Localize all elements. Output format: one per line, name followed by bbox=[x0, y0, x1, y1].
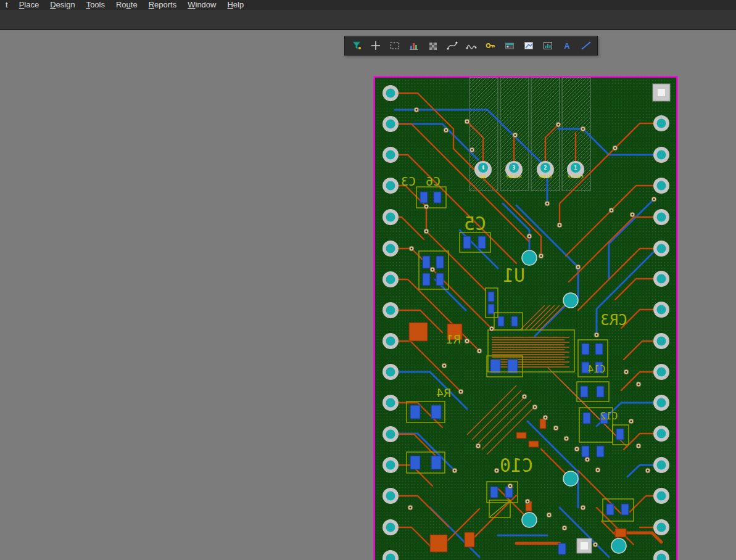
toolbar-button-signal[interactable] bbox=[461, 38, 481, 54]
toolbar-button-key[interactable] bbox=[481, 38, 500, 54]
secondary-bar bbox=[0, 10, 736, 30]
menu-item-route[interactable]: Route bbox=[110, 0, 143, 10]
selection-box-icon bbox=[389, 40, 400, 51]
header-pad-2[interactable]: 2 SWDIO bbox=[537, 161, 554, 179]
pattern-grid-icon bbox=[428, 40, 439, 51]
toolbar-button-crosshair[interactable] bbox=[366, 38, 385, 54]
silk-label-u1: U1 bbox=[503, 265, 525, 286]
silk-label-c6: C6 bbox=[426, 174, 440, 189]
menu-item-place[interactable]: Place bbox=[14, 0, 45, 10]
toolbar-button-image-frame[interactable] bbox=[519, 38, 538, 54]
silk-label-c5: C5 bbox=[464, 213, 486, 234]
silk-label-c3: C3 bbox=[401, 174, 416, 189]
toolbar-button-text[interactable]: A bbox=[557, 38, 576, 54]
toolbar-button-chart-frame[interactable] bbox=[538, 38, 557, 54]
pcb-document-view[interactable]: 4 GND 3 SWDCLK 2 SWDIO 1 VCC3V3 C3 C6 C5… bbox=[373, 76, 679, 560]
menu-item-design[interactable]: Design bbox=[44, 0, 80, 10]
toolbar-button-bezier[interactable] bbox=[442, 38, 461, 54]
header-pad-3[interactable]: 3 SWDCLK bbox=[505, 161, 523, 179]
utility-toolbar: A bbox=[344, 36, 598, 56]
menu-item-window[interactable]: Window bbox=[182, 0, 221, 10]
silk-label-c14: C14 bbox=[588, 363, 606, 375]
pin-number: 4 bbox=[482, 165, 485, 171]
menu-bar: t Place Design Tools Route Reports Windo… bbox=[0, 0, 736, 10]
pcb-canvas[interactable]: 4 GND 3 SWDCLK 2 SWDIO 1 VCC3V3 C3 C6 C5… bbox=[373, 76, 679, 560]
net-label: GND bbox=[479, 175, 487, 179]
toolbar-button-histogram[interactable] bbox=[404, 38, 423, 54]
line-tool-icon bbox=[581, 40, 592, 51]
chart-frame-icon bbox=[542, 40, 553, 51]
layers-flag-icon bbox=[504, 40, 515, 51]
key-icon bbox=[485, 40, 496, 51]
header-pad-1[interactable]: 1 VCC3V3 bbox=[567, 161, 584, 179]
menu-item-tools[interactable]: Tools bbox=[81, 0, 110, 10]
net-label: VCC3V3 bbox=[568, 175, 583, 179]
signal-curve-icon bbox=[466, 40, 477, 51]
image-frame-icon bbox=[523, 40, 534, 51]
toolbar-button-layers[interactable] bbox=[500, 38, 519, 54]
filter-icon bbox=[351, 40, 362, 51]
pin-number: 2 bbox=[544, 165, 547, 171]
silk-label-r4: R4 bbox=[436, 385, 451, 400]
silk-label-cr3: CR3 bbox=[600, 311, 627, 329]
menu-item-edit-partial[interactable]: t bbox=[0, 0, 14, 10]
menu-item-reports[interactable]: Reports bbox=[143, 0, 183, 10]
toolbar-button-selection[interactable] bbox=[385, 38, 404, 54]
silk-label-c12: C12 bbox=[600, 410, 618, 422]
pin-number: 1 bbox=[574, 165, 577, 171]
pin-number: 3 bbox=[513, 165, 516, 171]
svg-text:A: A bbox=[564, 41, 570, 51]
toolbar-button-pattern[interactable] bbox=[423, 38, 442, 54]
text-tool-icon: A bbox=[561, 40, 573, 51]
bezier-curve-icon bbox=[447, 40, 458, 51]
net-label: SWDCLK bbox=[506, 175, 522, 179]
net-label: SWDIO bbox=[539, 175, 552, 179]
silk-label-c10: C10 bbox=[500, 455, 533, 476]
menu-item-help[interactable]: Help bbox=[221, 0, 249, 10]
toolbar-button-line[interactable] bbox=[576, 38, 595, 54]
crosshair-icon bbox=[370, 40, 381, 51]
histogram-icon bbox=[408, 40, 420, 51]
silk-label-r1: R1 bbox=[446, 332, 461, 347]
toolbar-button-filter[interactable] bbox=[347, 38, 366, 54]
